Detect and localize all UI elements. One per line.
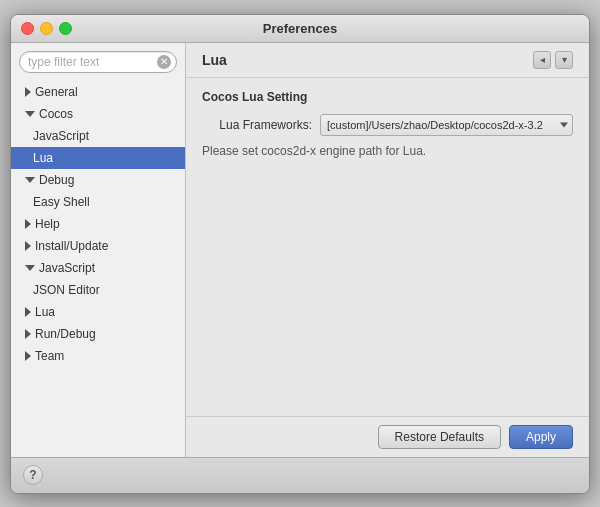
triangle-icon xyxy=(25,351,31,361)
lua-frameworks-row: Lua Frameworks: [custom]/Users/zhao/Desk… xyxy=(202,114,573,136)
sidebar-item-javascript[interactable]: JavaScript xyxy=(11,125,185,147)
restore-defaults-button[interactable]: Restore Defaults xyxy=(378,425,501,449)
close-button[interactable] xyxy=(21,22,34,35)
search-wrapper: ✕ xyxy=(11,43,185,79)
lua-frameworks-dropdown[interactable]: [custom]/Users/zhao/Desktop/cocos2d-x-3.… xyxy=(320,114,573,136)
sidebar-item-javascript2[interactable]: JavaScript xyxy=(11,257,185,279)
section-title: Lua xyxy=(202,52,227,68)
header-next-button[interactable]: ▾ xyxy=(555,51,573,69)
window-title: Preferences xyxy=(263,21,337,36)
sidebar-item-run-debug[interactable]: Run/Debug xyxy=(11,323,185,345)
triangle-icon xyxy=(25,111,35,117)
triangle-icon xyxy=(25,87,31,97)
maximize-button[interactable] xyxy=(59,22,72,35)
triangle-icon xyxy=(25,219,31,229)
search-inner: ✕ xyxy=(19,51,177,73)
section-content: Cocos Lua Setting Lua Frameworks: [custo… xyxy=(186,78,589,416)
title-bar: Preferences xyxy=(11,15,589,43)
triangle-icon xyxy=(25,177,35,183)
traffic-lights xyxy=(21,22,72,35)
sidebar-item-debug[interactable]: Debug xyxy=(11,169,185,191)
lua-frameworks-dropdown-container: [custom]/Users/zhao/Desktop/cocos2d-x-3.… xyxy=(320,114,573,136)
sidebar-item-lua[interactable]: Lua xyxy=(11,147,185,169)
sidebar: ✕ General Cocos JavaScript Lua xyxy=(11,43,186,457)
sidebar-item-general[interactable]: General xyxy=(11,81,185,103)
window-footer: ? xyxy=(11,457,589,493)
sidebar-item-help[interactable]: Help xyxy=(11,213,185,235)
triangle-icon xyxy=(25,265,35,271)
tree-list: General Cocos JavaScript Lua Debug xyxy=(11,79,185,369)
lua-frameworks-label: Lua Frameworks: xyxy=(202,118,312,132)
lua-frameworks-input-wrapper: [custom]/Users/zhao/Desktop/cocos2d-x-3.… xyxy=(320,114,573,136)
triangle-icon xyxy=(25,307,31,317)
search-clear-button[interactable]: ✕ xyxy=(157,55,171,69)
hint-text: Please set cocos2d-x engine path for Lua… xyxy=(202,144,573,158)
main-header: Lua ◂ ▾ xyxy=(186,43,589,78)
search-input[interactable] xyxy=(19,51,177,73)
main-footer: Restore Defaults Apply xyxy=(186,416,589,457)
sidebar-item-easy-shell[interactable]: Easy Shell xyxy=(11,191,185,213)
sidebar-item-json-editor[interactable]: JSON Editor xyxy=(11,279,185,301)
sidebar-item-lua2[interactable]: Lua xyxy=(11,301,185,323)
window-body: ✕ General Cocos JavaScript Lua xyxy=(11,43,589,457)
sidebar-item-cocos[interactable]: Cocos xyxy=(11,103,185,125)
sidebar-item-install-update[interactable]: Install/Update xyxy=(11,235,185,257)
preferences-window: Preferences ✕ General Cocos xyxy=(10,14,590,494)
main-panel: Lua ◂ ▾ Cocos Lua Setting Lua Frameworks… xyxy=(186,43,589,457)
setting-group-label: Cocos Lua Setting xyxy=(202,90,573,104)
sidebar-item-team[interactable]: Team xyxy=(11,345,185,367)
apply-button[interactable]: Apply xyxy=(509,425,573,449)
help-button[interactable]: ? xyxy=(23,465,43,485)
triangle-icon xyxy=(25,241,31,251)
triangle-icon xyxy=(25,329,31,339)
minimize-button[interactable] xyxy=(40,22,53,35)
header-prev-button[interactable]: ◂ xyxy=(533,51,551,69)
header-controls: ◂ ▾ xyxy=(533,51,573,69)
